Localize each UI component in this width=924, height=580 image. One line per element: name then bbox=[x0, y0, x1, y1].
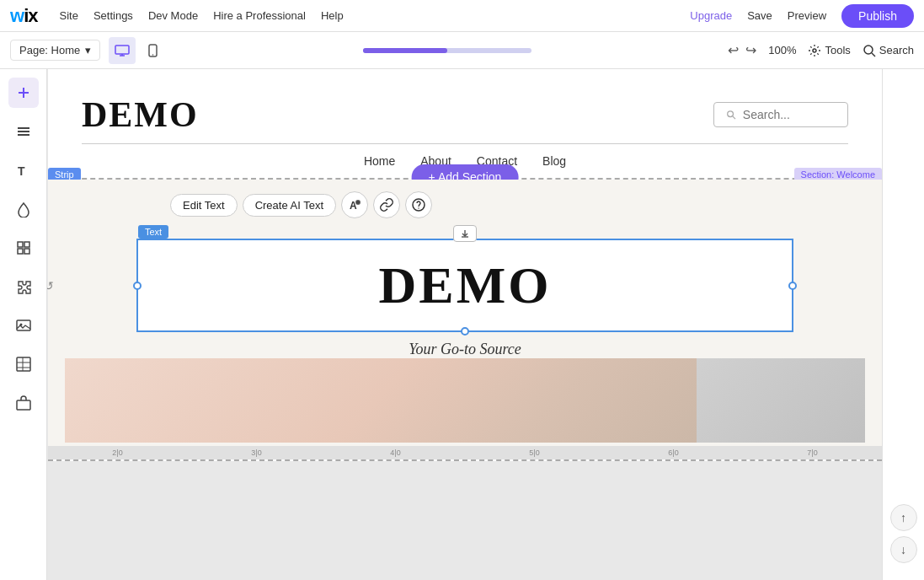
svg-text:T: T bbox=[18, 164, 25, 178]
redo-button[interactable]: ↪ bbox=[745, 42, 756, 58]
desktop-device-btn[interactable] bbox=[109, 37, 136, 64]
resize-handle-left[interactable] bbox=[133, 282, 142, 290]
download-handle[interactable] bbox=[453, 225, 477, 242]
right-sidebar: ↑ ↓ bbox=[882, 69, 924, 580]
site-search-input[interactable] bbox=[743, 108, 836, 121]
ruler-mark-3: 4|0 bbox=[390, 448, 400, 457]
text-color-button[interactable]: A bbox=[341, 191, 368, 218]
undo-redo: ↩ ↪ bbox=[728, 42, 756, 58]
ruler-marks: 2|0 3|0 4|0 5|0 6|0 7|0 bbox=[48, 448, 882, 457]
create-ai-text-button[interactable]: Create AI Text bbox=[243, 194, 336, 217]
link-button[interactable] bbox=[373, 191, 400, 218]
svg-line-26 bbox=[733, 116, 735, 119]
sidebar-text-icon[interactable]: T bbox=[8, 155, 39, 185]
main-area: T bbox=[0, 69, 924, 580]
resize-handle-bottom[interactable] bbox=[461, 327, 469, 336]
page-selector[interactable]: Page: Home ▾ bbox=[10, 40, 100, 61]
upgrade-link[interactable]: Upgrade bbox=[690, 9, 732, 22]
zoom-percent: 100% bbox=[768, 44, 796, 56]
tools-icon bbox=[808, 44, 821, 57]
toolbar-right: ↩ ↪ 100% Tools Search bbox=[728, 42, 914, 58]
droplet-icon bbox=[15, 201, 32, 218]
svg-point-31 bbox=[418, 207, 419, 208]
sidebar-apps-icon[interactable] bbox=[8, 233, 39, 263]
svg-rect-16 bbox=[18, 249, 23, 254]
grid-icon bbox=[15, 239, 32, 256]
ruler: 2|0 3|0 4|0 5|0 6|0 7|0 bbox=[48, 446, 882, 459]
floating-toolbar: Edit Text Create AI Text A bbox=[170, 191, 432, 218]
sidebar-table-icon[interactable] bbox=[8, 349, 39, 379]
nav-home[interactable]: Home bbox=[364, 154, 395, 168]
nav-help[interactable]: Help bbox=[321, 9, 344, 22]
text-element-box[interactable]: Text DEMO bbox=[136, 239, 793, 332]
svg-point-30 bbox=[413, 199, 425, 211]
svg-point-25 bbox=[728, 111, 734, 117]
ruler-mark-2: 3|0 bbox=[251, 448, 261, 457]
nav-site[interactable]: Site bbox=[59, 9, 77, 22]
wix-logo: wix bbox=[10, 5, 37, 27]
top-navigation: wix Site Settings Dev Mode Hire a Profes… bbox=[0, 0, 924, 32]
sidebar-briefcase-icon[interactable] bbox=[8, 388, 39, 418]
bottom-strip-right bbox=[697, 358, 865, 443]
svg-point-5 bbox=[813, 49, 816, 52]
editor-toolbar: Page: Home ▾ ↩ ↪ 100% bbox=[0, 32, 924, 69]
mobile-icon bbox=[148, 44, 158, 57]
svg-rect-24 bbox=[17, 400, 30, 410]
table-icon bbox=[15, 356, 32, 373]
briefcase-icon bbox=[15, 395, 32, 411]
tools-button[interactable]: Tools bbox=[808, 44, 850, 57]
tools-label: Tools bbox=[825, 44, 850, 56]
text-element-wrapper: ↺ Text DEMO bbox=[65, 239, 865, 332]
nav-hire[interactable]: Hire a Professional bbox=[213, 9, 306, 22]
device-switcher bbox=[109, 37, 166, 64]
search-label: Search bbox=[879, 44, 914, 56]
scroll-down-button[interactable]: ↓ bbox=[890, 536, 917, 563]
save-button[interactable]: Save bbox=[747, 9, 772, 22]
sidebar-menu-icon[interactable] bbox=[8, 116, 39, 147]
svg-point-4 bbox=[152, 54, 153, 56]
mobile-device-btn[interactable] bbox=[139, 37, 166, 64]
hero-subtitle-wrapper: Your Go-to Source bbox=[65, 341, 865, 358]
nav-blog[interactable]: Blog bbox=[542, 154, 566, 168]
svg-rect-18 bbox=[17, 320, 30, 330]
svg-point-29 bbox=[356, 201, 360, 204]
image-icon bbox=[15, 317, 32, 334]
canvas-area: DEMO Home About Contact Blog St bbox=[47, 69, 882, 580]
scroll-up-button[interactable]: ↑ bbox=[890, 504, 917, 531]
svg-rect-15 bbox=[24, 242, 29, 247]
hero-text: DEMO bbox=[172, 255, 758, 315]
sidebar-widgets-icon[interactable] bbox=[8, 271, 39, 302]
nav-devmode[interactable]: Dev Mode bbox=[148, 9, 198, 22]
download-icon bbox=[460, 228, 470, 239]
svg-rect-17 bbox=[24, 249, 29, 254]
link-icon bbox=[380, 198, 393, 212]
site-header: DEMO bbox=[48, 69, 882, 143]
svg-rect-0 bbox=[115, 46, 129, 54]
plus-icon bbox=[15, 84, 32, 101]
rotate-handle[interactable]: ↺ bbox=[47, 277, 58, 295]
sidebar-add-icon[interactable] bbox=[8, 78, 39, 108]
search-icon bbox=[863, 44, 876, 57]
site-search-icon bbox=[726, 109, 736, 121]
sidebar-media-icon[interactable] bbox=[8, 310, 39, 341]
nav-settings[interactable]: Settings bbox=[93, 9, 133, 22]
page-label: Page: Home bbox=[19, 44, 80, 56]
zoom-fill bbox=[363, 48, 447, 53]
zoom-slider[interactable] bbox=[363, 48, 531, 53]
site-search-box[interactable] bbox=[713, 102, 848, 127]
undo-button[interactable]: ↩ bbox=[728, 42, 739, 58]
hero-subtitle: Your Go-to Source bbox=[65, 341, 865, 358]
text-t-icon: T bbox=[15, 162, 32, 179]
section-body: Edit Text Create AI Text A bbox=[48, 180, 882, 459]
resize-handle-right[interactable] bbox=[788, 282, 797, 290]
edit-text-button[interactable]: Edit Text bbox=[170, 194, 238, 217]
canvas-inner: DEMO Home About Contact Blog St bbox=[48, 69, 882, 461]
publish-button[interactable]: Publish bbox=[841, 4, 914, 28]
ruler-mark-4: 5|0 bbox=[529, 448, 539, 457]
ruler-mark-5: 6|0 bbox=[668, 448, 678, 457]
preview-button[interactable]: Preview bbox=[788, 9, 826, 22]
sidebar-design-icon[interactable] bbox=[8, 194, 39, 224]
ruler-mark-6: 7|0 bbox=[807, 448, 817, 457]
search-button[interactable]: Search bbox=[863, 44, 914, 57]
help-button[interactable] bbox=[405, 191, 432, 218]
